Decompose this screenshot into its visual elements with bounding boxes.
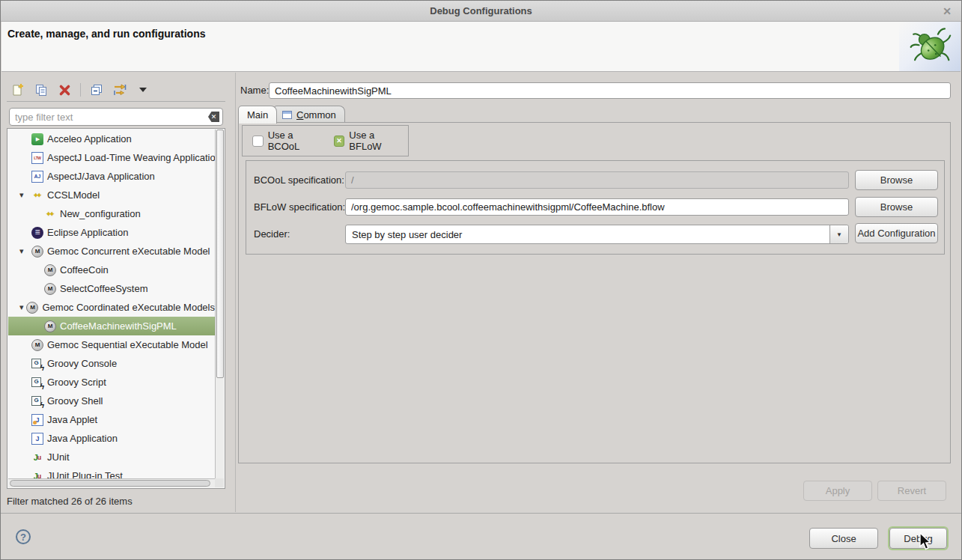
- add-configuration-button[interactable]: Add Configuration: [855, 223, 938, 243]
- bug-icon: [908, 25, 952, 68]
- ccsl-icon: [44, 208, 56, 220]
- gemoc-icon: [44, 264, 56, 276]
- use-bcool-checkbox[interactable]: Use a BCOoL: [252, 130, 326, 152]
- expander-arrow-icon[interactable]: ▾: [17, 246, 31, 256]
- expander-arrow-icon[interactable]: ▾: [17, 190, 31, 200]
- gemoc-icon: [31, 339, 43, 351]
- dialog-header-title: Create, manage, and run configurations: [7, 28, 206, 40]
- tree-item[interactable]: Gemoc Sequential eXecutable Model: [8, 335, 215, 354]
- use-bflow-label: Use a BFLoW: [349, 130, 408, 152]
- bflow-spec-label: BFLoW specification:: [254, 201, 345, 213]
- language-choice-group: Use a BCOoL Use a BFLoW: [242, 125, 409, 156]
- tree-item[interactable]: New_configuration: [8, 204, 215, 223]
- filter-status-text: Filter matched 26 of 26 items: [7, 496, 133, 507]
- junit-plugin-icon: [31, 470, 43, 479]
- tree-item[interactable]: JUnit Plug-in Test: [8, 466, 215, 478]
- groovy-icon: [31, 358, 43, 370]
- tree-item[interactable]: SelectCoffeeSystem: [8, 279, 215, 298]
- use-bflow-checkbox[interactable]: Use a BFLoW: [334, 130, 408, 152]
- window-title: Debug Configurations: [430, 5, 532, 16]
- apply-button[interactable]: Apply: [803, 481, 872, 501]
- name-label: Name:: [240, 85, 269, 96]
- tree-item[interactable]: Groovy Shell: [8, 392, 215, 410]
- java-applet-icon: [31, 414, 43, 426]
- configuration-editor-panel: Name: Main Common Use a BCOoL Use a BFLo…: [235, 73, 957, 512]
- decider-label: Decider:: [254, 228, 290, 240]
- main-tab-content: Use a BCOoL Use a BFLoW BCOoL specificat…: [238, 122, 951, 463]
- checkbox-unchecked-icon[interactable]: [252, 136, 264, 147]
- decider-value: Step by step user decider: [346, 229, 829, 240]
- dialog-button-bar: ? Close Debug: [1, 513, 961, 559]
- vertical-scroll-thumb[interactable]: [216, 130, 224, 378]
- acceleo-icon: [31, 133, 43, 145]
- help-button[interactable]: ?: [16, 529, 31, 544]
- aspectj-ltw-icon: [31, 152, 43, 164]
- tree-item[interactable]: Acceleo Application: [8, 130, 215, 148]
- tree-item[interactable]: CoffeeMachinewithSigPML: [8, 317, 215, 335]
- tab-common[interactable]: Common: [273, 106, 345, 123]
- tree-item[interactable]: CoffeeCoin: [8, 261, 215, 279]
- tree-item[interactable]: AspectJ Load-Time Weaving Application: [8, 148, 215, 167]
- launch-configurations-tree: Acceleo Application AspectJ Load-Time We…: [7, 128, 225, 489]
- tree-item[interactable]: Eclipse Application: [8, 223, 215, 242]
- bcool-browse-button[interactable]: Browse: [855, 170, 938, 190]
- tree-item[interactable]: ▾ Gemoc Coordinated eXecutable Models: [8, 298, 215, 317]
- java-application-icon: [31, 433, 43, 445]
- combo-dropdown-icon[interactable]: ▼: [829, 225, 848, 243]
- config-tree-rows: Acceleo Application AspectJ Load-Time We…: [8, 130, 215, 478]
- gemoc-icon: [44, 283, 56, 295]
- tree-item[interactable]: Groovy Console: [8, 354, 215, 373]
- toolbar-menu-dropdown-icon[interactable]: [136, 82, 150, 97]
- collapse-all-icon[interactable]: [89, 82, 104, 97]
- tree-item[interactable]: Java Application: [8, 429, 215, 448]
- bcool-spec-label: BCOoL specification:: [254, 174, 344, 186]
- name-input[interactable]: [269, 82, 951, 99]
- debug-configurations-dialog: Debug Configurations ✕ Create, manage, a…: [0, 0, 962, 560]
- tree-vertical-scrollbar[interactable]: [215, 130, 224, 478]
- use-bcool-label: Use a BCOoL: [268, 130, 326, 152]
- gemoc-icon: [44, 320, 56, 332]
- delete-configuration-icon[interactable]: [57, 82, 72, 97]
- bcool-spec-input: [345, 171, 849, 189]
- filter-field-wrap: ✕: [9, 108, 223, 126]
- toolbar-separator: [80, 83, 81, 97]
- bflow-spec-input[interactable]: [345, 198, 849, 216]
- common-tab-icon: [282, 111, 292, 119]
- new-configuration-icon[interactable]: [10, 82, 25, 97]
- gemoc-icon: [31, 246, 43, 258]
- gemoc-icon: [26, 302, 38, 314]
- tree-item[interactable]: ▾ Gemoc Concurrent eXecutable Model: [8, 242, 215, 261]
- specification-group: BCOoL specification: Browse BFLoW specif…: [246, 160, 945, 255]
- decider-combo[interactable]: Step by step user decider ▼: [345, 225, 849, 244]
- tree-item[interactable]: Java Applet: [8, 410, 215, 429]
- dialog-header: Create, manage, and run configurations: [1, 22, 961, 72]
- mouse-cursor: [918, 532, 933, 552]
- scrollbar-corner: [215, 478, 224, 487]
- revert-button[interactable]: Revert: [877, 481, 946, 501]
- tree-item[interactable]: ▾ CCSLModel: [8, 186, 215, 204]
- ccsl-icon: [31, 189, 43, 201]
- bflow-browse-button[interactable]: Browse: [855, 197, 938, 217]
- tree-item[interactable]: AspectJ/Java Application: [8, 167, 215, 186]
- junit-icon: [31, 451, 43, 463]
- tree-item[interactable]: JUnit: [8, 448, 215, 466]
- window-close-icon[interactable]: ✕: [943, 4, 952, 18]
- filter-input[interactable]: [9, 108, 223, 126]
- aspectj-java-icon: [31, 171, 43, 183]
- duplicate-configuration-icon[interactable]: [34, 82, 49, 97]
- expander-arrow-icon[interactable]: ▾: [17, 302, 26, 312]
- horizontal-scroll-thumb[interactable]: [10, 480, 210, 487]
- filter-configurations-icon[interactable]: [112, 82, 127, 97]
- groovy-icon: [31, 377, 43, 389]
- question-mark-icon: ?: [20, 532, 26, 543]
- tree-horizontal-scrollbar[interactable]: [8, 478, 215, 487]
- groovy-icon: [31, 395, 43, 407]
- launch-types-panel: ✕ Acceleo Application AspectJ Load-Time …: [7, 79, 225, 512]
- tree-item[interactable]: Groovy Script: [8, 373, 215, 392]
- tree-toolbar: [7, 79, 225, 102]
- eclipse-icon: [31, 227, 43, 239]
- window-titlebar[interactable]: Debug Configurations ✕: [1, 1, 961, 22]
- tab-main[interactable]: Main: [238, 106, 277, 124]
- close-button[interactable]: Close: [809, 528, 878, 549]
- checkbox-checked-icon[interactable]: [334, 136, 345, 147]
